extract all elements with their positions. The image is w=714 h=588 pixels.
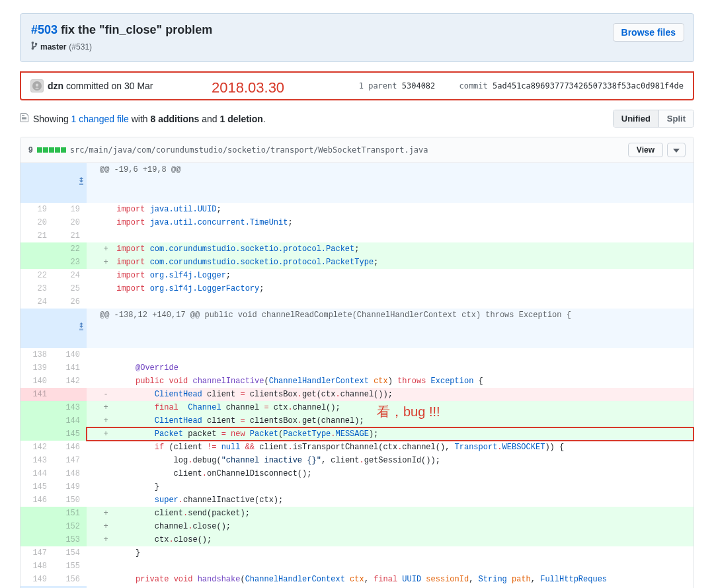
changed-files-link[interactable]: 1 changed file: [71, 114, 129, 124]
branch-name[interactable]: master: [40, 42, 66, 52]
diff-table: @@ -19,6 +19,8 @@ 1919 import java.util.…: [20, 163, 694, 588]
commit-date: committed on 30 Mar: [63, 81, 153, 91]
file-diff-box: 9 src/main/java/com/corundumstudio/socke…: [20, 137, 694, 588]
view-file-button[interactable]: View: [628, 143, 663, 157]
commit-sha-info: 1 parent 5304082 commit 5ad451ca89693777…: [359, 81, 684, 91]
diff-count: 9: [28, 145, 33, 155]
expand-icon[interactable]: [20, 163, 87, 203]
hunk-header: @@ -138,12 +140,17 @@ public void channe…: [20, 309, 694, 348]
expand-icon[interactable]: [20, 309, 87, 348]
avatar[interactable]: [30, 79, 44, 92]
author-name[interactable]: dzn: [48, 81, 63, 91]
diff-stat-bar: [37, 147, 66, 153]
split-button[interactable]: Split: [658, 110, 694, 127]
file-path[interactable]: src/main/java/com/corundumstudio/socketi…: [70, 145, 428, 155]
author-box: dzn committed on 30 Mar: [30, 79, 153, 92]
parent-sha-link[interactable]: 5304082: [402, 81, 436, 91]
commit-title: #503 fix the "fin_close" problem: [31, 23, 683, 37]
unified-button[interactable]: Unified: [614, 110, 658, 127]
chevron-down-icon[interactable]: [667, 143, 686, 157]
commit-meta-bar: dzn committed on 30 Mar 1 parent 5304082…: [20, 71, 694, 100]
date-annotation: 2018.03.30: [212, 79, 284, 96]
file-icon: [20, 112, 29, 125]
bug-annotation: 看，bug !!!: [377, 403, 440, 421]
branch-row: master (#531): [31, 41, 683, 52]
hunk-header: @@ -19,6 +19,8 @@: [20, 163, 694, 203]
file-header: 9 src/main/java/com/corundumstudio/socke…: [20, 137, 694, 163]
diff-summary-row: Showing 1 changed file with 8 additions …: [20, 110, 694, 128]
commit-sha: 5ad451ca896937773426507338f53ac0d981f4de: [493, 81, 684, 91]
branch-suffix: (#531): [69, 42, 92, 52]
browse-files-button[interactable]: Browse files: [613, 23, 684, 42]
branch-icon: [31, 41, 38, 52]
commit-header: #503 fix the "fin_close" problem master …: [20, 13, 694, 62]
diff-view-toggle: Unified Split: [613, 110, 694, 128]
issue-link[interactable]: #503: [31, 23, 58, 36]
